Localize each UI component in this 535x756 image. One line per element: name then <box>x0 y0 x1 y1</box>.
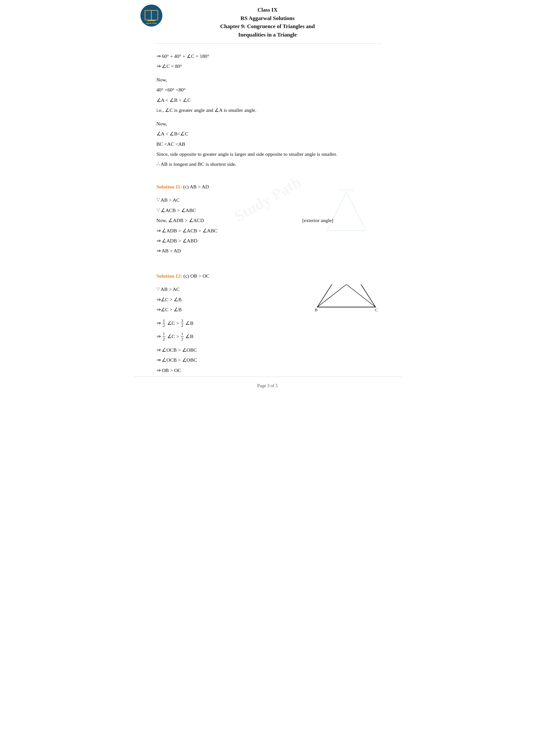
page-header: Class IX RS Aggarwal Solutions Chapter 9… <box>153 0 382 44</box>
solution-12-heading: Solution 12: (c) OB > OC <box>156 271 379 281</box>
sol11-line1: ∵ AB > AC <box>156 195 379 204</box>
main-content: ⇒ 60° + 40° + ∠C = 180° ⇒ ∠C = 80° Now, … <box>153 51 382 376</box>
svg-text:C: C <box>375 308 378 312</box>
svg-line-9 <box>317 284 347 307</box>
sol11-line2: ∵ ∠ACB > ∠ABC <box>156 205 379 215</box>
svg-marker-8 <box>317 284 376 307</box>
sol12-line8: ⇒ OB > OC <box>156 365 379 375</box>
math-line-3: Now, <box>156 75 379 84</box>
math-line-1: ⇒ 60° + 40° + ∠C = 180° <box>156 51 379 61</box>
solution-11-heading: Solution 11: (c) AB > AD <box>156 182 379 191</box>
math-line-4: 40° <60° <80° <box>156 85 379 94</box>
sol11-line6: ⇒ AB > AD <box>156 246 379 255</box>
solution-11-answer: (c) AB > AD <box>183 184 209 189</box>
svg-text:Study Path: Study Path <box>146 22 156 25</box>
solution-11-block: Solution 11: (c) AB > AD ∵ AB > AC ∵ ∠AC… <box>156 182 379 256</box>
math-line-10: Since, side opposite to greater angle is… <box>156 149 379 159</box>
svg-line-10 <box>347 284 376 307</box>
math-line-8: ∠A < ∠B<∠C <box>156 129 379 138</box>
math-line-2: ⇒ ∠C = 80° <box>156 62 379 71</box>
logo: Study Path <box>140 5 164 28</box>
triangle-diagram: A O B C <box>314 284 379 313</box>
page-footer: Page 3 of 5 <box>134 377 401 395</box>
svg-rect-2 <box>146 11 151 19</box>
svg-text:B: B <box>315 308 318 312</box>
math-line-6: i.e., ∠C is greater angle and ∠A is smal… <box>156 105 379 115</box>
sol12-line6: ⇒ ∠OCB > ∠OBC <box>156 345 379 355</box>
header-line1: Class IX <box>258 7 277 13</box>
math-line-7: Now, <box>156 119 379 128</box>
header-line3: Chapter 9: Congruence of Triangles and <box>220 23 315 29</box>
header-line2: RS Aggarwal Solutions <box>240 15 294 21</box>
sol12-line4: ⇒ 1 2 ∠C > 1 2 ∠B <box>156 318 379 328</box>
math-line-5: ∠A < ∠B < ∠C <box>156 95 379 105</box>
solution-12-answer: (c) OB > OC <box>183 273 210 279</box>
sol11-line3: Now, ∠ADB > ∠ACD [exterior angle] <box>156 216 379 225</box>
header-line4: Inequalities in a Triangle <box>238 32 296 38</box>
sol11-line5: ⇒ ∠ADB > ∠ABD <box>156 236 379 245</box>
math-line-9: BC <AC <AB <box>156 139 379 149</box>
page-number: Page 3 of 5 <box>257 383 277 388</box>
sol12-line5: ⇒ 1 2 ∠C > 1 2 ∠B <box>156 332 379 341</box>
svg-text:O: O <box>349 284 352 285</box>
math-line-11: ∴ AB is longest and BC is shortest side. <box>156 159 379 169</box>
svg-rect-3 <box>152 11 157 19</box>
solution-12-block: Solution 12: (c) OB > OC A <box>156 271 379 376</box>
sol11-line4: ⇒ ∠ADB > ∠ACB > ∠ABC <box>156 226 379 235</box>
sol12-line7: ⇒ ∠OCB > ∠OBC <box>156 355 379 364</box>
